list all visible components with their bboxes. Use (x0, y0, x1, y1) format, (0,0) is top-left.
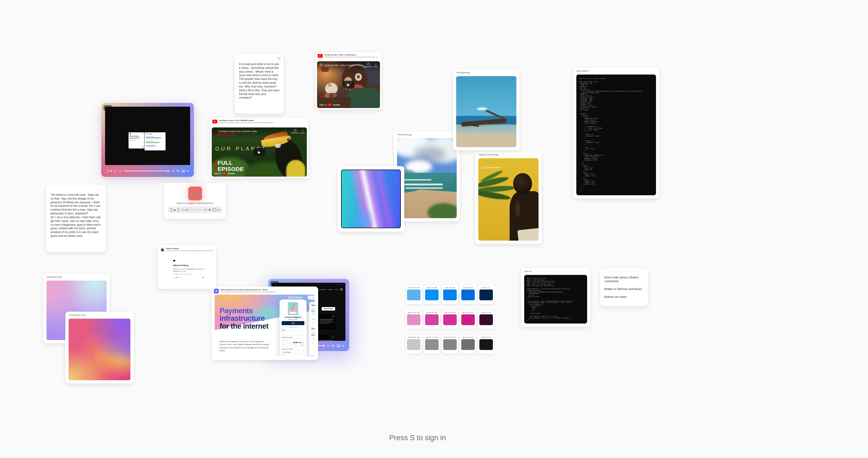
watch-on-youtube[interactable]: Watch on YouTube (319, 103, 340, 106)
audio-controls[interactable]: ▶ 0:00 0:57 ≫ (167, 207, 222, 213)
player-controls[interactable]: ▶ 0:07 2:27 ≫ (106, 168, 189, 174)
website-embed-stripe[interactable]: S Online payment processing for internet… (212, 286, 318, 360)
close-icon: × (342, 284, 343, 286)
image-card-aurora[interactable] (338, 166, 404, 232)
note-card-clown[interactable]: × It is meat and drink to me to see a cl… (235, 54, 284, 114)
social-icon[interactable]: �略 (176, 277, 178, 278)
audio-player-card[interactable]: James Fox | Holding On | The Revenge Rem… (164, 183, 226, 219)
color-swatch-card[interactable]: rgb(0, 37, 77) (478, 285, 494, 304)
rocket-rides-pill: ROCKET RIDES▾ (284, 296, 304, 300)
bio-segment: , occasionally a (186, 268, 196, 270)
theme-toggle-icon[interactable]: ◐ (199, 260, 200, 262)
stripe-homepage[interactable]: ROCKET RIDES▾ Search Payments infrastruc… (215, 295, 315, 357)
menu-icon[interactable]: ≡ (202, 260, 203, 262)
share-button[interactable]: ↗Share (374, 63, 378, 67)
color-swatch-card[interactable]: rgb(214, 64, 158) (424, 310, 440, 329)
watch-later-button[interactable]: Watch later (364, 63, 372, 67)
figure-head (513, 173, 532, 194)
play-button[interactable]: ▶ (343, 81, 354, 89)
color-swatch-card[interactable]: rgb(133, 133, 133) (442, 335, 458, 354)
page-title[interactable]: Online payment processing for internet b… (220, 289, 277, 291)
video-thumbnail[interactable]: NETFLIX OUR PLANET FULL EPISODE N Our Pl… (212, 127, 307, 177)
site-preview[interactable]: ◐ ≡ Rauno Freiberg Mostly a UI engineer,… (158, 254, 216, 289)
email-label: Email (282, 329, 304, 331)
color-swatch-card[interactable]: rgb(210, 49, 151) (442, 310, 458, 329)
color-swatch-card[interactable]: rgb(227, 142, 195) (406, 310, 422, 329)
note-text: The wheel is come full circle. Harp not … (51, 193, 102, 238)
overlay-title[interactable]: lofi hip hop radio - beats to relax/st..… (324, 64, 363, 66)
code-block[interactable]: import * as React from 'react'; import c… (524, 275, 587, 324)
stripe-favicon: S (214, 289, 219, 294)
code-card-index[interactable]: index.tsx import * as React from 'react'… (521, 268, 590, 327)
card-icon (301, 344, 303, 346)
video-title[interactable]: lofi hip hop radio - beats to relax/stud… (324, 54, 379, 56)
sweater (346, 88, 380, 108)
skip-forward-icon[interactable]: ≫ (218, 209, 220, 211)
time-label: 1:00 PM (311, 313, 315, 314)
repeat-icon[interactable] (170, 209, 173, 211)
pip-icon[interactable] (181, 170, 185, 172)
testimonial-card: ✓ (318, 334, 336, 341)
loop-icon[interactable] (114, 170, 117, 172)
play-icon[interactable]: ▶ (111, 170, 112, 172)
overlay-title[interactable]: Our Planet | Forests | FULL EPISODE | Ne… (218, 130, 290, 132)
repeat-icon[interactable] (106, 170, 109, 172)
play-icon[interactable]: ▶ (174, 209, 176, 211)
video-thumbnail[interactable]: lofi hip hop radio - beats to relax/st..… (317, 61, 380, 108)
close-icon[interactable]: × (277, 56, 281, 60)
resize-handle-icon[interactable]: ∷ (282, 111, 284, 114)
mini-search-card: Google (145, 132, 165, 150)
color-swatch-card[interactable]: rgb(0, 129, 241) (442, 285, 458, 304)
moodboard-canvas[interactable]: ╲ ◌ Rauno Freiberg Google (0, 0, 868, 458)
loop-icon[interactable] (178, 209, 180, 211)
volume-icon[interactable] (332, 344, 335, 347)
channel-avatar[interactable] (319, 63, 323, 67)
youtube-embed-lofi[interactable]: lofi hip hop radio - beats to relax/stud… (315, 52, 382, 110)
color-swatch-card[interactable]: rgb(199, 199, 199) (406, 335, 422, 354)
note-card-button[interactable]: Some code about a Button component Writt… (600, 268, 648, 306)
file-label: mesh-gradient.png (47, 276, 62, 278)
skip-forward-icon[interactable]: ≫ (342, 344, 344, 347)
social-icon[interactable]: ⊕ (180, 277, 181, 278)
bird-icon (173, 260, 175, 262)
website-embed-rauno[interactable]: Rauno Freiberg Mostly a UI engineer, occ… (158, 245, 216, 289)
time-current: 0:12 (327, 345, 330, 347)
share-button[interactable]: ↗Share (301, 129, 305, 134)
album-art (188, 187, 202, 201)
card-number-input: Number (282, 339, 304, 342)
video-player-window[interactable]: ╲ ◌ Rauno Freiberg Google (101, 103, 194, 177)
color-swatch-card[interactable]: rgb(111, 111, 111) (460, 335, 476, 354)
date-label: Jul 15 (311, 342, 315, 343)
volume-icon[interactable] (177, 170, 179, 172)
photo-card-florianopolis[interactable]: Florianopolis.jpg (453, 69, 520, 150)
youtube-embed-netflix[interactable]: Our Planet | Forests | FULL EPISODE | Ne… (210, 118, 308, 178)
note-card-wheel[interactable]: The wheel is come full circle. Harp not … (46, 184, 106, 252)
code-block[interactable]: import { css } from 'stitches.config'; e… (576, 74, 656, 195)
file-label: Lagoa da Conceição.jpg (478, 154, 498, 156)
volume-icon[interactable] (209, 209, 211, 211)
video-screen[interactable]: Rauno Freiberg Google (105, 107, 190, 165)
watch-later-button[interactable]: Watch later (291, 129, 299, 134)
video-title[interactable]: Our Planet | Forests | FULL EPISODE | Ne… (219, 120, 306, 121)
social-icon[interactable]: ✉ (173, 277, 174, 278)
image-card-mesh-gradient-2[interactable]: mesh-gradient-2.png (65, 312, 134, 384)
color-swatch-card[interactable]: rgb(0, 145, 255) (424, 285, 440, 304)
seek-bar[interactable] (187, 210, 202, 210)
seek-bar[interactable] (124, 171, 169, 172)
swatch-label: rgb(0, 129, 241) (442, 287, 458, 288)
pip-icon[interactable] (213, 209, 216, 211)
color-swatch-card[interactable]: rgb(0, 108, 220) (460, 285, 476, 304)
photo-card-lagoa[interactable]: Lagoa da Conceição.jpg (475, 151, 542, 244)
color-swatch-card[interactable]: rgb(143, 143, 143) (424, 335, 440, 354)
site-name[interactable]: Rauno Freiberg (166, 247, 213, 249)
pip-icon[interactable] (337, 344, 340, 347)
code-card-button-styles[interactable]: button.styles.ts import { css } from 'st… (573, 67, 659, 199)
today-label: Today (311, 304, 315, 306)
color-swatch-card[interactable]: rgb(58, 10, 40) (478, 310, 494, 329)
skip-forward-icon[interactable]: ≫ (187, 170, 189, 172)
color-swatch-card[interactable]: rgb(23, 23, 23) (478, 335, 494, 354)
play-button[interactable]: ▶ (253, 148, 265, 156)
color-swatch-card[interactable]: rgb(205, 28, 141) (460, 310, 476, 329)
color-swatch-card[interactable]: rgb(94, 176, 239) (406, 285, 422, 304)
watch-on-youtube[interactable]: Watch on YouTube (214, 172, 235, 175)
